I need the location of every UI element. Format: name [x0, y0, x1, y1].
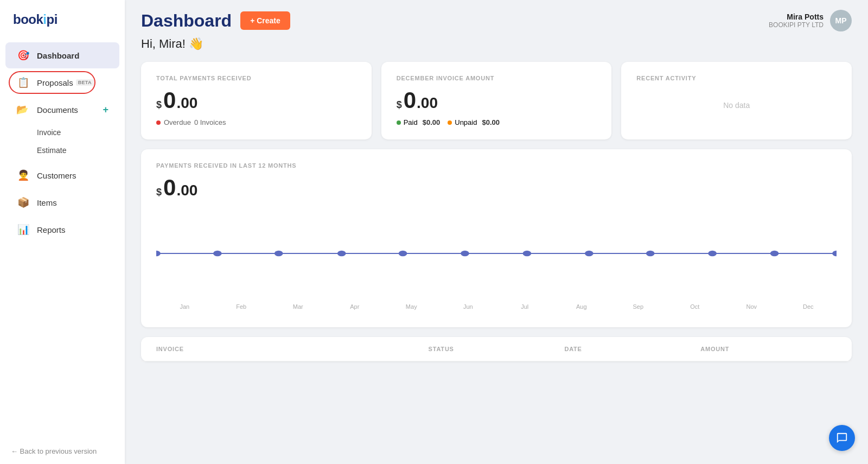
unpaid-dot	[448, 120, 452, 125]
paid-amount: $0.00	[423, 118, 441, 126]
invoice-table-card: INVOICE STATUS DATE AMOUNT	[141, 337, 852, 361]
amount-decimal: .00	[176, 94, 197, 112]
amount-integer: 0	[163, 89, 176, 112]
logo-text: bookipi	[13, 12, 58, 27]
svg-point-5	[461, 251, 469, 257]
sidebar-item-items[interactable]: 📦 Items	[5, 189, 119, 215]
overdue-count: 0 Invoices	[194, 118, 226, 126]
month-label: Sep	[610, 303, 667, 310]
page-title: Dashboard	[141, 11, 232, 31]
beta-badge: BETA	[76, 79, 94, 86]
svg-point-4	[399, 251, 407, 257]
documents-icon: 📂	[16, 103, 30, 117]
paid-dot	[397, 120, 401, 125]
sidebar-item-invoice[interactable]: Invoice	[5, 124, 119, 141]
user-info[interactable]: Mira Potts BOOKIPI PTY LTD MP	[769, 10, 852, 31]
col-status: STATUS	[429, 346, 565, 352]
col-invoice: INVOICE	[156, 346, 429, 352]
col-amount: AMOUNT	[700, 346, 837, 352]
table-header-row: INVOICE STATUS DATE AMOUNT	[141, 337, 852, 361]
month-label: Oct	[667, 303, 724, 310]
invoice-label: Invoice	[37, 128, 61, 137]
sidebar-item-label: Items	[37, 198, 57, 207]
svg-point-3	[337, 251, 346, 257]
svg-point-11	[832, 251, 837, 257]
estimate-label: Estimate	[37, 146, 66, 155]
chat-icon	[836, 432, 848, 444]
month-label: Jan	[156, 303, 213, 310]
december-invoice-title: DECEMBER INVOICE AMOUNT	[397, 75, 597, 81]
sidebar-item-dashboard[interactable]: 🎯 Dashboard	[5, 42, 119, 68]
header: Dashboard + Create Mira Potts BOOKIPI PT…	[125, 0, 868, 37]
no-data-label: No data	[636, 89, 837, 122]
dollar-sign: $	[397, 99, 402, 111]
svg-point-10	[770, 251, 779, 257]
add-document-button[interactable]: +	[103, 105, 108, 115]
sidebar-item-label: Customers	[37, 171, 76, 180]
back-to-previous-version[interactable]: ← Back to previous version	[0, 438, 125, 464]
greeting: Hi, Mira! 👋	[141, 37, 852, 51]
sidebar-item-customers[interactable]: 🧑‍🦱 Customers	[5, 162, 119, 188]
create-button[interactable]: + Create	[240, 11, 290, 30]
total-payments-title: TOTAL PAYMENTS RECEIVED	[156, 75, 356, 81]
month-label: May	[383, 303, 440, 310]
proposals-icon: 📋	[16, 75, 30, 90]
svg-point-9	[708, 251, 717, 257]
line-chart-svg	[156, 210, 837, 297]
recent-activity-card: RECENT ACTIVITY No data	[621, 62, 852, 139]
overdue-row: Overdue 0 Invoices	[156, 118, 356, 126]
chart-total-amount: $ 0 .00	[156, 176, 837, 199]
svg-point-0	[156, 251, 161, 257]
month-label: Apr	[327, 303, 384, 310]
sidebar-item-reports[interactable]: 📊 Reports	[5, 217, 119, 243]
paid-label: Paid $0.00	[397, 118, 441, 126]
chart-area: Jan Feb Mar Apr May Jun Jul Aug Sep Oct …	[156, 210, 837, 319]
dashboard-content: Hi, Mira! 👋 TOTAL PAYMENTS RECEIVED $ 0 …	[125, 37, 868, 378]
unpaid-amount: $0.00	[482, 118, 500, 126]
chart-title: PAYMENTS RECEIVED IN LAST 12 MONTHS	[156, 162, 837, 169]
svg-point-2	[275, 251, 283, 257]
sidebar-nav: 🎯 Dashboard 📋 Proposals BETA 📂 Documents…	[0, 37, 125, 438]
december-invoice-amount: $ 0 .00	[397, 89, 597, 112]
svg-point-1	[213, 251, 222, 257]
total-payments-card: TOTAL PAYMENTS RECEIVED $ 0 .00 Overdue …	[141, 62, 372, 139]
sidebar-item-proposals[interactable]: 📋 Proposals BETA	[5, 69, 119, 96]
svg-point-7	[585, 251, 593, 257]
sidebar-item-label: Reports	[37, 225, 66, 234]
summary-cards-row: TOTAL PAYMENTS RECEIVED $ 0 .00 Overdue …	[141, 62, 852, 139]
month-label: Nov	[723, 303, 780, 310]
month-label: Jun	[440, 303, 497, 310]
amount-decimal: .00	[417, 94, 438, 112]
total-payments-amount: $ 0 .00	[156, 89, 356, 112]
month-label: Mar	[270, 303, 327, 310]
user-company: BOOKIPI PTY LTD	[769, 21, 824, 29]
amount-integer: 0	[404, 89, 416, 112]
customers-icon: 🧑‍🦱	[16, 168, 30, 182]
month-label: Feb	[213, 303, 270, 310]
month-label: Dec	[780, 303, 837, 310]
col-date: DATE	[564, 346, 700, 352]
sidebar: bookipi 🎯 Dashboard 📋 Proposals BETA 📂 D…	[0, 0, 125, 464]
items-icon: 📦	[16, 195, 30, 209]
month-label: Aug	[553, 303, 610, 310]
overdue-dot	[156, 120, 161, 125]
avatar: MP	[830, 10, 852, 31]
payments-chart-card: PAYMENTS RECEIVED IN LAST 12 MONTHS $ 0 …	[141, 149, 852, 327]
dashboard-icon: 🎯	[16, 48, 30, 62]
sidebar-item-documents[interactable]: 📂 Documents +	[5, 97, 119, 123]
x-axis-labels: Jan Feb Mar Apr May Jun Jul Aug Sep Oct …	[156, 299, 837, 310]
svg-point-6	[523, 251, 532, 257]
sidebar-item-label: Proposals	[37, 78, 73, 87]
overdue-label: Overdue	[164, 118, 191, 126]
recent-activity-title: RECENT ACTIVITY	[636, 75, 837, 81]
paid-unpaid-row: Paid $0.00 Unpaid $0.00	[397, 118, 597, 126]
user-name: Mira Potts	[769, 12, 824, 21]
month-label: Jul	[496, 303, 553, 310]
user-details: Mira Potts BOOKIPI PTY LTD	[769, 12, 824, 29]
sidebar-item-estimate[interactable]: Estimate	[5, 142, 119, 159]
logo: bookipi	[0, 0, 125, 37]
chat-support-button[interactable]	[829, 425, 855, 451]
sidebar-item-label: Documents	[37, 105, 78, 115]
unpaid-label: Unpaid $0.00	[448, 118, 500, 126]
svg-point-8	[646, 251, 655, 257]
